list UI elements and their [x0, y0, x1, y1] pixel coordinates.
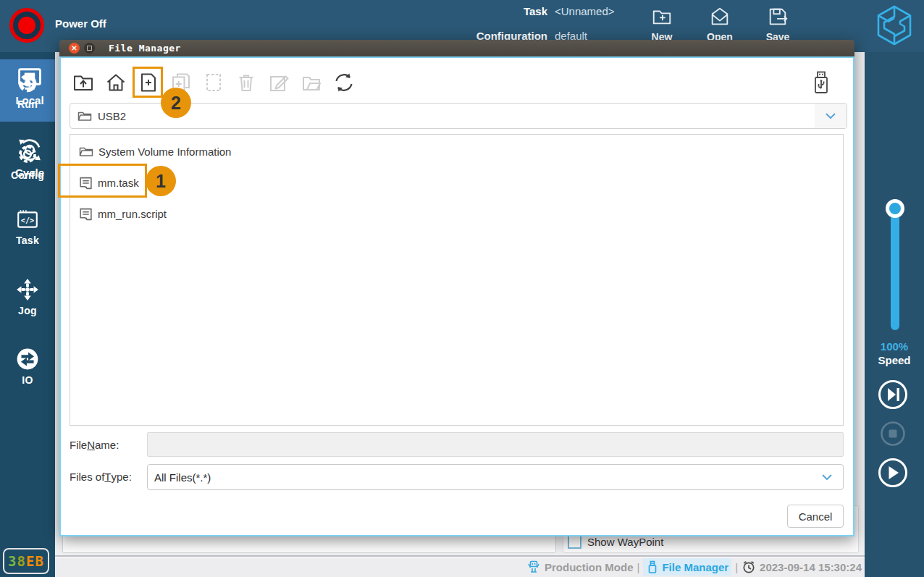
refresh-icon[interactable]	[333, 72, 355, 93]
badge-char: 8	[17, 553, 26, 569]
folder-icon	[79, 146, 93, 158]
play-button[interactable]	[877, 457, 909, 489]
annotation-step1-box	[58, 164, 147, 198]
play-icon	[877, 457, 909, 489]
step-icon	[877, 379, 909, 410]
new-task-button[interactable]: New	[639, 6, 685, 43]
local-mode-button[interactable]: Local	[0, 67, 59, 106]
cancel-button[interactable]: Cancel	[787, 505, 844, 528]
power-button[interactable]	[9, 8, 44, 43]
local-monitor-icon	[17, 67, 43, 91]
annotation-step1-badge: 1	[146, 166, 176, 196]
svg-text:</>: </>	[21, 216, 34, 224]
chevron-down-icon	[811, 465, 843, 489]
speed-label: Speed	[865, 354, 924, 366]
open-task-button[interactable]: Open	[697, 6, 743, 43]
files-of-type-value: All Files(*.*)	[154, 471, 211, 484]
paste-icon	[203, 72, 224, 93]
maximize-icon[interactable]	[84, 43, 95, 54]
close-icon[interactable]: ✕	[69, 43, 80, 54]
page-label: File Manager	[662, 561, 728, 573]
annotation-step2-box	[133, 67, 163, 98]
file-row-script[interactable]: mm_run.script	[70, 198, 843, 229]
badge-char: 3	[8, 553, 17, 569]
badge-char: E	[26, 553, 35, 569]
folder-up-icon[interactable]	[72, 72, 94, 93]
stop-button[interactable]	[880, 421, 906, 447]
chevron-down-icon	[815, 104, 847, 128]
checksum-badge: 38EB	[3, 548, 49, 574]
jog-arrows-icon	[16, 278, 39, 301]
file-row-folder[interactable]: System Volume Information	[70, 136, 843, 167]
file-list: System Volume Information mm.task mm_run…	[70, 134, 844, 426]
annotation-step2-badge: 2	[161, 88, 191, 118]
stop-icon	[880, 421, 906, 447]
path-value: USB2	[98, 110, 126, 122]
speed-percent-value: 100%	[865, 340, 924, 353]
show-waypoint-checkbox[interactable]	[568, 535, 581, 549]
badge-char: B	[35, 553, 43, 569]
sidebar-item-io[interactable]: IO	[0, 335, 55, 397]
production-mode-label: Production Mode	[545, 561, 634, 573]
save-floppy-icon	[767, 6, 789, 28]
status-bar: Production Mode | File Manager | 2023-09…	[55, 555, 865, 577]
left-sidebar: Run Config </> Task Jog	[0, 52, 55, 577]
usb-device-icon[interactable]	[812, 70, 830, 96]
task-value: <Unnamed>	[555, 5, 615, 17]
rename-icon	[268, 72, 290, 93]
save-task-button[interactable]: Save	[755, 6, 801, 43]
file-name-input[interactable]	[147, 432, 844, 457]
step-button[interactable]	[877, 379, 909, 410]
status-separator: |	[637, 561, 640, 573]
sidebar-item-jog[interactable]: Jog	[0, 266, 55, 328]
show-waypoint-label: Show WayPoint	[587, 536, 663, 548]
status-timestamp: 2023-09-14 15:30:24	[760, 561, 862, 573]
cycle-icon	[16, 136, 43, 164]
speed-slider-handle[interactable]	[886, 199, 904, 218]
home-icon[interactable]	[105, 72, 127, 93]
task-label: Task	[524, 5, 547, 17]
production-mode-icon	[526, 560, 541, 574]
brand-logo-icon	[873, 4, 915, 46]
power-status-label: Power Off	[55, 17, 106, 30]
open-envelope-icon	[709, 6, 731, 28]
cycle-mode-button[interactable]: Cycle	[0, 136, 59, 179]
code-window-icon: </>	[16, 208, 39, 231]
sidebar-item-task[interactable]: </> Task	[0, 195, 55, 258]
speed-slider-track[interactable]	[891, 207, 899, 330]
file-icon	[79, 208, 93, 221]
new-folder-icon	[651, 6, 673, 28]
current-page-indicator[interactable]: File Manager	[643, 558, 731, 576]
status-separator: |	[735, 561, 738, 573]
dialog-titlebar[interactable]: ✕ File Manager	[59, 40, 854, 56]
file-name-label: File Name:	[70, 432, 119, 457]
files-of-type-dropdown[interactable]: All Files(*.*)	[147, 464, 844, 490]
io-swap-icon	[16, 348, 39, 371]
power-icon	[18, 17, 35, 34]
delete-icon	[235, 72, 257, 93]
dialog-title: File Manager	[109, 43, 181, 54]
dialog-body: USB2 System Volume Information mm.task	[59, 56, 854, 536]
file-manager-toolbar	[72, 72, 355, 93]
file-row-task[interactable]: mm.task	[70, 167, 843, 198]
folder-icon	[77, 110, 92, 122]
open-file-icon	[301, 72, 322, 93]
usb-small-icon	[646, 560, 659, 574]
clock-icon	[742, 560, 756, 574]
files-of-type-label: Files of Type:	[70, 464, 132, 489]
